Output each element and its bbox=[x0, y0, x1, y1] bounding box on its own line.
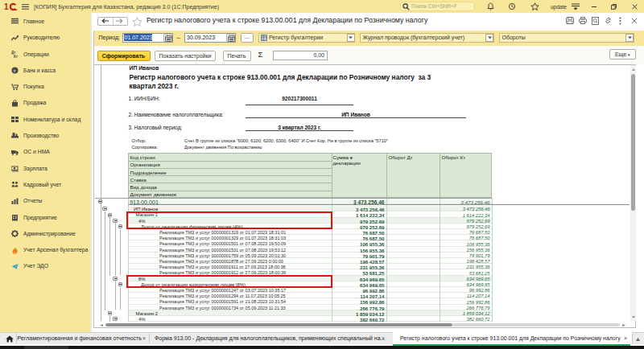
svg-text:т: т bbox=[14, 68, 16, 73]
svg-text:Кт: Кт bbox=[14, 54, 19, 58]
svg-text:1: 1 bbox=[4, 2, 9, 11]
